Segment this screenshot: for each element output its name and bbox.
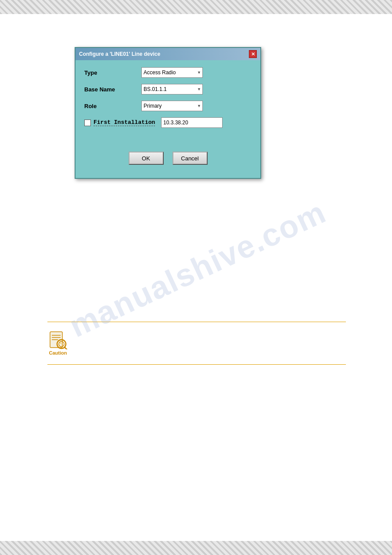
caution-icon-wrapper: Caution (47, 331, 68, 355)
type-row: Type Access Radio (84, 67, 252, 78)
basename-select-wrapper: BS.01.1.1 (141, 84, 203, 94)
cancel-button[interactable]: Cancel (173, 152, 208, 165)
first-installation-checkbox[interactable] (84, 120, 91, 126)
role-select[interactable]: Primary (141, 101, 203, 111)
dialog-titlebar: Configure a 'LINE01' Line device ✕ (76, 48, 260, 60)
first-installation-label: First Installation (94, 119, 155, 126)
caution-bottom-divider (47, 364, 346, 365)
basename-row: Base Name BS.01.1.1 (84, 84, 252, 94)
caution-content: Caution (47, 327, 346, 359)
role-label: Role (84, 103, 141, 109)
ip-address-input[interactable] (161, 117, 223, 128)
dialog-spacer (84, 134, 252, 152)
caution-top-divider (47, 322, 346, 322)
top-hatch-bar (0, 0, 392, 14)
caution-section: Caution (47, 322, 346, 365)
basename-select[interactable]: BS.01.1.1 (141, 84, 203, 94)
type-select-wrapper: Access Radio (141, 67, 203, 78)
svg-line-6 (65, 347, 67, 349)
caution-icon (48, 331, 68, 349)
configure-dialog: Configure a 'LINE01' Line device ✕ Type … (75, 47, 261, 179)
ok-button[interactable]: OK (129, 152, 164, 165)
role-row: Role Primary (84, 101, 252, 111)
first-installation-row: First Installation (84, 117, 252, 128)
type-label: Type (84, 69, 141, 76)
dialog-wrapper: Configure a 'LINE01' Line device ✕ Type … (75, 47, 261, 179)
caution-label: Caution (49, 350, 67, 355)
basename-label: Base Name (84, 86, 141, 93)
dialog-title: Configure a 'LINE01' Line device (79, 51, 160, 57)
first-installation-label-wrapper: First Installation (84, 119, 161, 126)
role-select-wrapper: Primary (141, 101, 203, 111)
page-content: Configure a 'LINE01' Line device ✕ Type … (0, 14, 392, 541)
bottom-hatch-bar (0, 541, 392, 555)
button-row: OK Cancel (84, 152, 252, 169)
close-button[interactable]: ✕ (249, 50, 257, 58)
type-select[interactable]: Access Radio (141, 67, 203, 78)
dialog-body: Type Access Radio Base Name BS.01.1.1 (76, 60, 260, 178)
